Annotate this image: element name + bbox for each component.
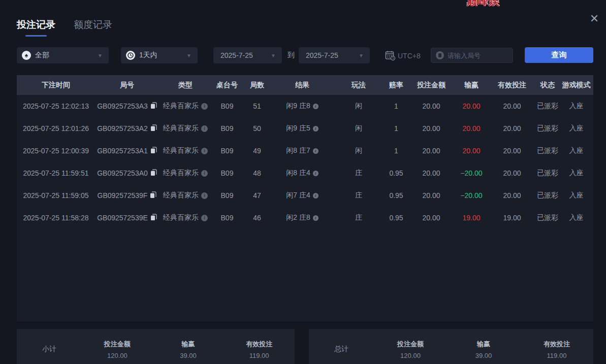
date-to-value: 2025-7-25 [306,51,338,59]
cell-valid-bet: 20.00 [488,169,536,177]
stat-label: 投注金额 [82,340,153,349]
type-info-icon[interactable]: i [201,103,208,110]
result-info-icon[interactable]: i [313,148,318,154]
subtotal-win: 输赢 39.00 [153,340,224,359]
date-from-picker[interactable]: 2025-7-25 ▼ [213,47,282,63]
cell-bet-amount: 20.00 [408,169,455,177]
cell-bet-time: 2025-07-25 11:58:28 [17,214,95,222]
tab-bet-records[interactable]: 投注记录 [17,18,55,37]
table-row[interactable]: 2025-07-25 12:00:39 GB09257253A1 经典百家乐 i… [17,140,593,162]
header-cell: 有效投注 [488,81,536,90]
stat-label: 有效投注 [224,340,295,349]
stat-value: 119.00 [224,352,295,359]
cell-round-id: GB09257253A0 [95,169,159,178]
cell-bet-time: 2025-07-25 11:59:05 [17,191,95,200]
cell-result: 闲8 庄7 i [272,146,333,155]
cell-win-loss: 20.00 [455,147,488,155]
round-id-input[interactable] [448,52,506,59]
cell-table-no: B09 [212,169,242,177]
cell-round-id: GB09257253A2 [95,124,159,133]
cell-round-id: GB09257253A1 [95,147,159,155]
cell-bet-time: 2025-07-25 12:00:39 [17,147,95,155]
cell-round-no: 49 [242,147,272,155]
header-cell: 游戏模式 [559,81,593,90]
date-to-picker[interactable]: 2025-7-25 ▼ [299,47,370,63]
copy-icon[interactable] [150,214,157,222]
stat-value: 119.00 [520,352,593,359]
bet-records-table: 下注时间局号类型桌台号局数结果玩法赔率投注金额输赢有效投注状态游戏模式 2025… [17,75,593,321]
cell-bet-amount: 20.00 [408,191,455,200]
spade-icon: ♠ [22,51,31,60]
total-label: 总计 [309,345,374,354]
cell-play: 闲 [333,102,385,111]
cell-bet-amount: 20.00 [408,102,455,110]
timezone-value: UTC+8 [398,52,421,60]
stat-label: 有效投注 [520,340,593,349]
total-win: 输赢 39.00 [447,340,520,359]
cell-game-mode: 入座 [559,146,593,155]
game-type-dropdown[interactable]: ♠ 全部 ▼ [17,47,109,63]
cell-play: 闲 [333,146,385,155]
cell-round-no: 46 [242,214,272,222]
stat-label: 投注金额 [374,340,447,349]
cell-table-no: B09 [212,214,242,222]
type-info-icon[interactable]: i [201,170,208,177]
chevron-down-icon: ▼ [186,53,192,58]
cell-status: 已派彩 [536,102,559,111]
stat-value: 120.00 [82,352,153,359]
copy-icon[interactable] [150,102,157,111]
round-id-icon [436,51,444,59]
result-info-icon[interactable]: i [313,193,318,198]
clock-icon [126,51,135,60]
stat-value: 120.00 [374,352,447,359]
type-info-icon[interactable]: i [201,125,208,132]
cell-valid-bet: 20.00 [488,147,536,155]
total-bet: 投注金额 120.00 [374,340,447,359]
chevron-down-icon: ▼ [359,53,364,58]
stat-label: 输赢 [153,340,224,349]
timezone-indicator: UTC+8 [385,50,421,61]
cell-valid-bet: 19.00 [488,214,536,222]
cell-round-id: GB092572539E [95,214,159,222]
header-cell: 下注时间 [17,81,95,90]
query-button[interactable]: 查询 [525,47,593,63]
cell-bet-amount: 20.00 [408,147,455,155]
total-panel: 总计 投注金额 120.00 输赢 39.00 有效投注 119.00 [309,329,593,364]
close-icon[interactable]: ✕ [589,14,599,24]
table-row[interactable]: 2025-07-25 11:58:28 GB092572539E 经典百家乐 i… [17,207,593,229]
tab-quota-records[interactable]: 额度记录 [74,18,112,37]
tab-bar: 投注记录 额度记录 [17,18,112,37]
cell-odds: 0.95 [385,169,408,177]
cell-result: 闲9 庄5 i [272,124,333,133]
copy-icon[interactable] [150,147,157,155]
result-info-icon[interactable]: i [313,126,318,131]
logo-text: 巅峰娱 [466,0,513,7]
table-row[interactable]: 2025-07-25 12:02:13 GB09257253A3 经典百家乐 i… [17,95,593,117]
copy-icon[interactable] [150,169,157,178]
result-info-icon[interactable]: i [313,171,318,176]
type-info-icon[interactable]: i [201,215,208,221]
table-row[interactable]: 2025-07-25 11:59:51 GB09257253A0 经典百家乐 i… [17,162,593,184]
result-info-icon[interactable]: i [313,215,318,221]
table-row[interactable]: 2025-07-25 11:59:05 GB092572539F 经典百家乐 i… [17,184,593,207]
cell-round-id: GB09257253A3 [95,102,159,111]
cell-game-type: 经典百家乐 i [159,213,212,222]
time-range-dropdown[interactable]: 1天内 ▼ [121,47,198,63]
cell-win-loss: −20.00 [455,169,488,177]
type-info-icon[interactable]: i [201,148,208,154]
chevron-down-icon: ▼ [271,53,276,58]
cell-result: 闲9 庄8 i [272,102,333,111]
cell-win-loss: 20.00 [455,124,488,133]
type-info-icon[interactable]: i [201,192,208,199]
cell-game-mode: 入座 [559,102,593,111]
result-info-icon[interactable]: i [313,104,318,109]
header-cell: 玩法 [333,81,385,90]
round-id-search [431,48,513,63]
table-row[interactable]: 2025-07-25 12:01:26 GB09257253A2 经典百家乐 i… [17,117,593,140]
stat-value: 39.00 [153,352,224,359]
cell-table-no: B09 [212,191,242,200]
cell-table-no: B09 [212,147,242,155]
copy-icon[interactable] [150,191,156,200]
copy-icon[interactable] [150,124,157,133]
cell-valid-bet: 20.00 [488,124,536,133]
